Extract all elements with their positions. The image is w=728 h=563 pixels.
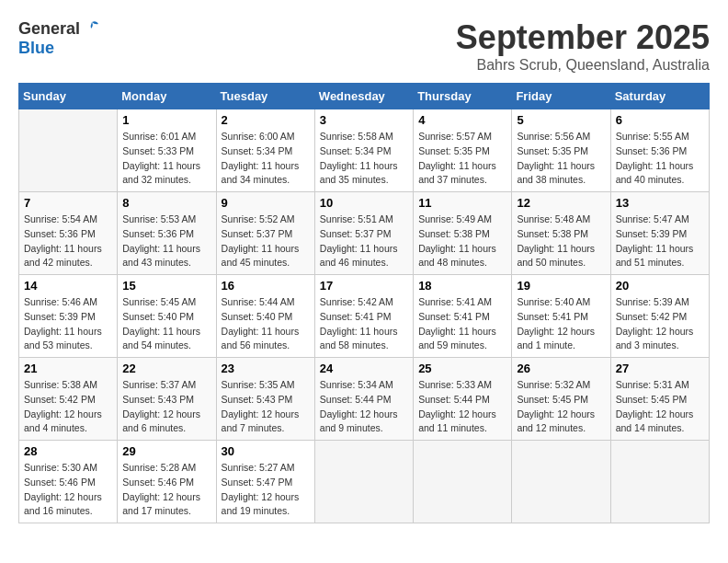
month-title: September 2025: [456, 18, 710, 57]
day-number: 27: [616, 362, 704, 375]
calendar-cell: 1Sunrise: 6:01 AM Sunset: 5:33 PM Daylig…: [118, 109, 216, 192]
day-info: Sunrise: 5:47 AM Sunset: 5:39 PM Dayligh…: [616, 213, 704, 270]
calendar-cell: 27Sunrise: 5:31 AM Sunset: 5:45 PM Dayli…: [610, 358, 709, 441]
day-info: Sunrise: 5:45 AM Sunset: 5:40 PM Dayligh…: [122, 295, 210, 353]
day-number: 12: [517, 196, 605, 210]
day-number: 19: [517, 279, 605, 293]
calendar-cell: 13Sunrise: 5:47 AM Sunset: 5:39 PM Dayli…: [610, 192, 709, 275]
day-info: Sunrise: 5:57 AM Sunset: 5:35 PM Dayligh…: [418, 130, 506, 188]
day-header-friday: Friday: [512, 84, 610, 109]
day-number: 6: [616, 113, 704, 127]
calendar-cell: 2Sunrise: 6:00 AM Sunset: 5:34 PM Daylig…: [216, 109, 314, 192]
title-area: September 2025 Bahrs Scrub, Queensland, …: [456, 18, 710, 74]
calendar-cell: 21Sunrise: 5:38 AM Sunset: 5:42 PM Dayli…: [19, 358, 118, 441]
calendar-cell: 26Sunrise: 5:32 AM Sunset: 5:45 PM Dayli…: [512, 358, 610, 441]
day-number: 15: [122, 279, 210, 293]
calendar-cell: 4Sunrise: 5:57 AM Sunset: 5:35 PM Daylig…: [414, 109, 512, 192]
day-header-sunday: Sunday: [19, 84, 118, 109]
day-info: Sunrise: 5:51 AM Sunset: 5:37 PM Dayligh…: [320, 213, 408, 270]
day-info: Sunrise: 5:33 AM Sunset: 5:44 PM Dayligh…: [418, 378, 506, 436]
week-row-2: 7Sunrise: 5:54 AM Sunset: 5:36 PM Daylig…: [19, 192, 710, 275]
day-info: Sunrise: 5:27 AM Sunset: 5:47 PM Dayligh…: [222, 461, 310, 519]
week-row-3: 14Sunrise: 5:46 AM Sunset: 5:39 PM Dayli…: [19, 275, 710, 358]
week-row-5: 28Sunrise: 5:30 AM Sunset: 5:46 PM Dayli…: [19, 441, 710, 523]
day-number: 20: [616, 279, 704, 293]
day-header-thursday: Thursday: [414, 84, 512, 109]
day-number: 10: [320, 196, 408, 210]
day-header-tuesday: Tuesday: [216, 84, 314, 109]
calendar-cell: 15Sunrise: 5:45 AM Sunset: 5:40 PM Dayli…: [118, 275, 216, 358]
calendar-cell: 24Sunrise: 5:34 AM Sunset: 5:44 PM Dayli…: [314, 358, 413, 441]
day-info: Sunrise: 5:38 AM Sunset: 5:42 PM Dayligh…: [24, 378, 112, 436]
calendar-cell: 18Sunrise: 5:41 AM Sunset: 5:41 PM Dayli…: [414, 275, 512, 358]
day-number: 23: [222, 362, 310, 375]
day-number: 25: [418, 362, 506, 375]
logo: General Blue: [18, 18, 102, 58]
day-number: 7: [24, 196, 112, 210]
calendar-cell: [512, 441, 610, 523]
calendar-cell: 7Sunrise: 5:54 AM Sunset: 5:36 PM Daylig…: [19, 192, 118, 275]
day-number: 4: [418, 113, 506, 127]
day-info: Sunrise: 5:41 AM Sunset: 5:41 PM Dayligh…: [418, 295, 506, 353]
calendar-cell: [610, 441, 709, 523]
day-info: Sunrise: 5:58 AM Sunset: 5:34 PM Dayligh…: [320, 130, 408, 188]
day-number: 22: [122, 362, 210, 375]
day-number: 13: [616, 196, 704, 210]
calendar-cell: 22Sunrise: 5:37 AM Sunset: 5:43 PM Dayli…: [118, 358, 216, 441]
calendar-cell: 9Sunrise: 5:52 AM Sunset: 5:37 PM Daylig…: [216, 192, 314, 275]
day-info: Sunrise: 5:30 AM Sunset: 5:46 PM Dayligh…: [24, 461, 112, 519]
day-info: Sunrise: 5:55 AM Sunset: 5:36 PM Dayligh…: [616, 130, 704, 188]
calendar-cell: 29Sunrise: 5:28 AM Sunset: 5:46 PM Dayli…: [118, 441, 216, 523]
location-title: Bahrs Scrub, Queensland, Australia: [456, 57, 710, 74]
day-header-monday: Monday: [118, 84, 216, 109]
logo-general: General: [18, 19, 80, 39]
logo-blue: Blue: [18, 39, 54, 58]
day-info: Sunrise: 5:42 AM Sunset: 5:41 PM Dayligh…: [320, 295, 408, 353]
day-number: 21: [24, 362, 112, 375]
day-info: Sunrise: 5:44 AM Sunset: 5:40 PM Dayligh…: [222, 295, 310, 353]
week-row-1: 1Sunrise: 6:01 AM Sunset: 5:33 PM Daylig…: [19, 109, 710, 192]
day-info: Sunrise: 5:52 AM Sunset: 5:37 PM Dayligh…: [222, 213, 310, 270]
day-info: Sunrise: 5:32 AM Sunset: 5:45 PM Dayligh…: [517, 378, 605, 436]
day-info: Sunrise: 5:56 AM Sunset: 5:35 PM Dayligh…: [517, 130, 605, 188]
calendar-cell: 16Sunrise: 5:44 AM Sunset: 5:40 PM Dayli…: [216, 275, 314, 358]
calendar-cell: [314, 441, 413, 523]
day-number: 11: [418, 196, 506, 210]
calendar-cell: 25Sunrise: 5:33 AM Sunset: 5:44 PM Dayli…: [414, 358, 512, 441]
day-info: Sunrise: 5:35 AM Sunset: 5:43 PM Dayligh…: [222, 378, 310, 436]
day-info: Sunrise: 5:46 AM Sunset: 5:39 PM Dayligh…: [24, 295, 112, 353]
day-info: Sunrise: 5:53 AM Sunset: 5:36 PM Dayligh…: [122, 213, 210, 270]
calendar-cell: 10Sunrise: 5:51 AM Sunset: 5:37 PM Dayli…: [314, 192, 413, 275]
day-number: 5: [517, 113, 605, 127]
logo-bird-icon: [82, 18, 102, 39]
day-number: 14: [24, 279, 112, 293]
calendar-cell: 28Sunrise: 5:30 AM Sunset: 5:46 PM Dayli…: [19, 441, 118, 523]
day-number: 8: [122, 196, 210, 210]
day-number: 16: [222, 279, 310, 293]
day-info: Sunrise: 5:39 AM Sunset: 5:42 PM Dayligh…: [616, 295, 704, 353]
calendar-cell: 12Sunrise: 5:48 AM Sunset: 5:38 PM Dayli…: [512, 192, 610, 275]
calendar-table: SundayMondayTuesdayWednesdayThursdayFrid…: [18, 83, 710, 523]
calendar-cell: 8Sunrise: 5:53 AM Sunset: 5:36 PM Daylig…: [118, 192, 216, 275]
day-number: 1: [122, 113, 210, 127]
calendar-cell: 6Sunrise: 5:55 AM Sunset: 5:36 PM Daylig…: [610, 109, 709, 192]
calendar-cell: 3Sunrise: 5:58 AM Sunset: 5:34 PM Daylig…: [314, 109, 413, 192]
day-info: Sunrise: 5:34 AM Sunset: 5:44 PM Dayligh…: [320, 378, 408, 436]
day-info: Sunrise: 5:28 AM Sunset: 5:46 PM Dayligh…: [122, 461, 210, 519]
calendar-cell: 20Sunrise: 5:39 AM Sunset: 5:42 PM Dayli…: [610, 275, 709, 358]
header: General Blue September 2025 Bahrs Scrub,…: [18, 18, 710, 74]
day-info: Sunrise: 5:49 AM Sunset: 5:38 PM Dayligh…: [418, 213, 506, 270]
day-number: 29: [122, 444, 210, 458]
day-number: 9: [222, 196, 310, 210]
calendar-cell: 11Sunrise: 5:49 AM Sunset: 5:38 PM Dayli…: [414, 192, 512, 275]
calendar-cell: 17Sunrise: 5:42 AM Sunset: 5:41 PM Dayli…: [314, 275, 413, 358]
day-number: 26: [517, 362, 605, 375]
calendar-cell: 14Sunrise: 5:46 AM Sunset: 5:39 PM Dayli…: [19, 275, 118, 358]
day-header-saturday: Saturday: [610, 84, 709, 109]
day-number: 2: [222, 113, 310, 127]
day-number: 18: [418, 279, 506, 293]
day-number: 3: [320, 113, 408, 127]
calendar-cell: 19Sunrise: 5:40 AM Sunset: 5:41 PM Dayli…: [512, 275, 610, 358]
day-info: Sunrise: 6:00 AM Sunset: 5:34 PM Dayligh…: [222, 130, 310, 188]
day-info: Sunrise: 5:31 AM Sunset: 5:45 PM Dayligh…: [616, 378, 704, 436]
